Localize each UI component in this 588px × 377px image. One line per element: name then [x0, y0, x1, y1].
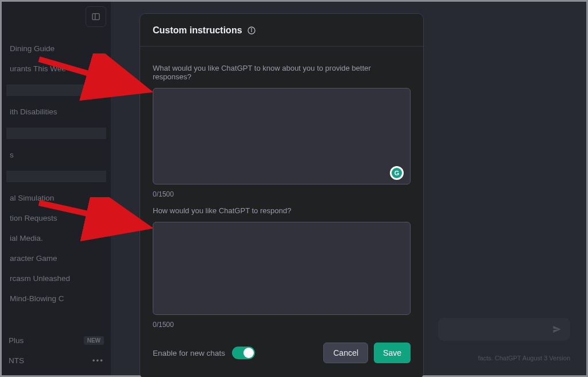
save-button[interactable]: Save [374, 343, 411, 363]
info-icon[interactable] [247, 26, 256, 35]
enable-toggle-row: Enable for new chats [153, 347, 255, 359]
custom-instructions-modal: Custom instructions What would you like … [140, 13, 424, 377]
respond-style-textarea[interactable] [153, 222, 411, 315]
grammarly-icon[interactable]: G [390, 166, 404, 180]
cancel-button[interactable]: Cancel [323, 343, 368, 363]
modal-header: Custom instructions [140, 14, 423, 47]
enable-toggle[interactable] [232, 347, 255, 359]
enable-toggle-label: Enable for new chats [153, 349, 225, 357]
app-frame: Dining Guide urants This Wee ith Disabil… [0, 0, 588, 377]
modal-body: What would you like ChatGPT to know abou… [140, 47, 423, 331]
modal-footer: Enable for new chats Cancel Save [140, 331, 423, 376]
field2-label: How would you like ChatGPT to respond? [153, 206, 411, 215]
field1-counter: 0/1500 [153, 190, 411, 198]
svg-point-4 [251, 29, 252, 29]
toggle-knob [243, 348, 254, 358]
field2-wrap [153, 222, 411, 317]
about-you-textarea[interactable] [153, 88, 411, 184]
field1-label: What would you like ChatGPT to know abou… [153, 64, 411, 81]
modal-title: Custom instructions [153, 25, 242, 36]
field1-wrap: G [153, 88, 411, 187]
field2-counter: 0/1500 [153, 321, 411, 329]
